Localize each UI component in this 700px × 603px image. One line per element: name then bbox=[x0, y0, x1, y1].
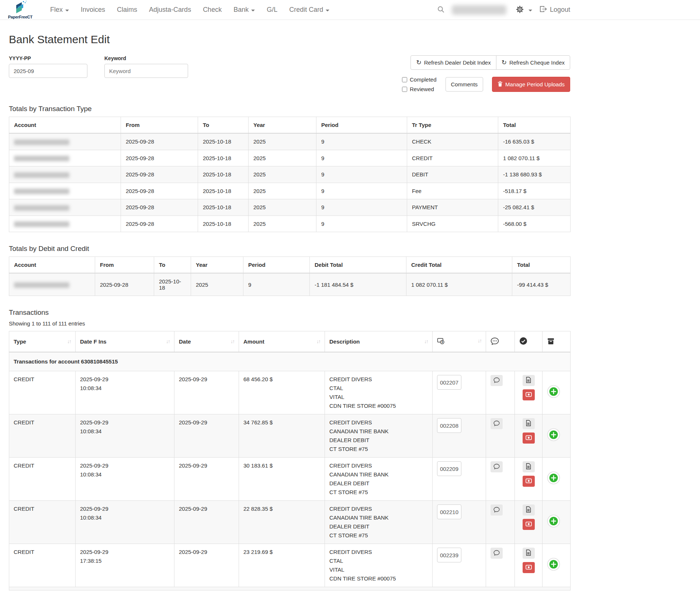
total-cell: -518.17 $ bbox=[498, 183, 571, 199]
spreadsheet-file-icon bbox=[526, 420, 531, 427]
add-transaction-button[interactable] bbox=[547, 558, 560, 573]
brand-logo[interactable]: PaperFreeCT bbox=[9, 0, 32, 19]
search-icon[interactable] bbox=[437, 6, 444, 14]
add-transaction-button[interactable] bbox=[547, 514, 560, 530]
account-cell bbox=[9, 199, 121, 216]
reviewed-checkbox[interactable] bbox=[402, 87, 407, 92]
year-cell: 2025 bbox=[249, 166, 316, 183]
sort-icon: ↓↑ bbox=[67, 338, 71, 344]
total-cell: -99 414.43 $ bbox=[512, 273, 571, 296]
txn-date-cell: 2025-09-29 bbox=[174, 414, 239, 458]
col-type[interactable]: Type↓↑ bbox=[9, 331, 76, 352]
banknote-icon bbox=[526, 435, 532, 441]
col-date[interactable]: Date↓↑ bbox=[174, 331, 239, 352]
manage-period-uploads-button[interactable]: Manage Period Uploads bbox=[492, 77, 570, 92]
comment-bubble-icon bbox=[493, 377, 500, 384]
txn-description-cell: CREDIT DIVERSCANADIAN TIRE BANKDEALER DE… bbox=[325, 458, 433, 501]
brand-name: PaperFreeCT bbox=[8, 15, 32, 19]
totals-type-row: 2025-09-282025-10-1820259SRVCHG-568.00 $ bbox=[9, 216, 571, 232]
keyword-field-group: Keyword bbox=[104, 55, 188, 78]
trash-icon bbox=[498, 81, 503, 88]
from-cell: 2025-09-28 bbox=[95, 273, 154, 296]
refresh-cheque-index-button[interactable]: ↻ Refresh Cheque Index bbox=[496, 55, 570, 70]
cheque-number-input[interactable] bbox=[437, 461, 461, 476]
refresh-dealer-debit-index-button[interactable]: ↻ Refresh Dealer Debit Index bbox=[410, 55, 496, 70]
spreadsheet-button[interactable] bbox=[523, 461, 535, 472]
comment-button[interactable] bbox=[491, 504, 503, 516]
comment-button[interactable] bbox=[491, 375, 503, 386]
logout-button[interactable]: Logout bbox=[540, 6, 570, 14]
to-cell: 2025-10-18 bbox=[198, 133, 249, 150]
totals-type-row: 2025-09-282025-10-1820259PAYMENT-25 082.… bbox=[9, 199, 571, 216]
to-cell: 2025-10-18 bbox=[198, 199, 249, 216]
txn-type-cell: CREDIT bbox=[9, 414, 76, 458]
redacted-account bbox=[14, 189, 69, 194]
comment-button[interactable] bbox=[491, 418, 503, 429]
transaction-row: CREDIT2025-09-2917:38:152025-09-2923 219… bbox=[9, 544, 571, 587]
txn-date-cell: 2025-09-29 bbox=[174, 501, 239, 544]
account-cell bbox=[9, 133, 121, 150]
col-date-f-ins[interactable]: Date F Ins↓↑ bbox=[76, 331, 174, 352]
nav-item-credit-card[interactable]: Credit Card bbox=[283, 0, 335, 20]
total-cell: -1 138 680.93 $ bbox=[498, 166, 571, 183]
settings-menu[interactable] bbox=[516, 6, 532, 14]
txn-date-f-ins-cell: 2025-09-2910:08:34 bbox=[76, 414, 174, 458]
cash-button[interactable] bbox=[523, 433, 535, 444]
account-cell bbox=[9, 183, 121, 199]
col-comments bbox=[486, 331, 515, 352]
cash-button[interactable] bbox=[523, 389, 535, 400]
col-description[interactable]: Description↓↑ bbox=[325, 331, 433, 352]
reviewed-checkbox-row: Reviewed bbox=[402, 86, 437, 92]
transaction-row: CREDIT2025-09-2910:08:342025-09-2922 828… bbox=[9, 501, 571, 544]
from-cell: 2025-09-28 bbox=[121, 133, 198, 150]
from-cell: 2025-09-28 bbox=[121, 150, 198, 166]
nav-item-check[interactable]: Check bbox=[197, 0, 228, 20]
nav-item-claims[interactable]: Claims bbox=[111, 0, 143, 20]
col-account: Account bbox=[9, 117, 121, 134]
spreadsheet-file-icon bbox=[526, 377, 531, 384]
comment-button[interactable] bbox=[491, 461, 503, 472]
add-transaction-button[interactable] bbox=[547, 385, 560, 401]
comment-bubble-icon bbox=[493, 420, 500, 427]
spreadsheet-button[interactable] bbox=[523, 504, 535, 516]
redacted-account bbox=[14, 156, 69, 161]
nav-item-adjusta-cards[interactable]: Adjusta-Cards bbox=[143, 0, 197, 20]
period-input[interactable] bbox=[9, 64, 87, 78]
col-year: Year bbox=[249, 117, 316, 134]
comment-bubble-icon bbox=[493, 550, 500, 557]
comment-button[interactable] bbox=[491, 548, 503, 559]
logout-icon bbox=[540, 6, 547, 14]
keyword-input[interactable] bbox=[104, 64, 188, 78]
cash-button[interactable] bbox=[523, 562, 535, 573]
to-cell: 2025-10-18 bbox=[198, 166, 249, 183]
completed-checkbox[interactable] bbox=[402, 77, 407, 82]
from-cell: 2025-09-28 bbox=[121, 166, 198, 183]
cheque-number-input[interactable] bbox=[437, 504, 461, 519]
add-transaction-button[interactable] bbox=[547, 471, 560, 487]
spreadsheet-button[interactable] bbox=[523, 548, 535, 559]
comments-button[interactable]: Comments bbox=[446, 77, 484, 92]
cheque-number-input[interactable] bbox=[437, 375, 461, 390]
col-cheque-number[interactable]: ↓↑ $ bbox=[433, 331, 486, 352]
cash-button[interactable] bbox=[523, 519, 535, 530]
nav-item-bank[interactable]: Bank bbox=[228, 0, 261, 20]
txn-description-cell: CREDIT DIVERSCANADIAN TIRE BANKDEALER DE… bbox=[325, 501, 433, 544]
from-cell: 2025-09-28 bbox=[121, 216, 198, 232]
cheque-number-input[interactable] bbox=[437, 548, 461, 562]
add-transaction-button[interactable] bbox=[547, 428, 560, 444]
col-amount[interactable]: ↓↑Amount bbox=[239, 331, 325, 352]
cash-button[interactable] bbox=[523, 476, 535, 487]
year-cell: 2025 bbox=[249, 183, 316, 199]
spreadsheet-button[interactable] bbox=[523, 418, 535, 429]
nav-item-flex[interactable]: Flex bbox=[44, 0, 75, 20]
txn-date-cell: 2025-09-29 bbox=[174, 544, 239, 587]
account-group-label: Transactions for account 630810845515 bbox=[9, 352, 571, 371]
spreadsheet-button[interactable] bbox=[523, 375, 535, 386]
nav-item-g-l[interactable]: G/L bbox=[261, 0, 283, 20]
transaction-row: CREDIT2025-09-2910:08:342025-09-2930 183… bbox=[9, 458, 571, 501]
cheque-number-input[interactable] bbox=[437, 418, 461, 433]
nav-item-invoices[interactable]: Invoices bbox=[75, 0, 111, 20]
spreadsheet-file-icon bbox=[526, 506, 531, 514]
totals-type-row: 2025-09-282025-10-1820259CHECK-16 635.03… bbox=[9, 133, 571, 150]
transaction-row: CREDIT2025-09-2910:08:342025-09-2934 762… bbox=[9, 414, 571, 458]
